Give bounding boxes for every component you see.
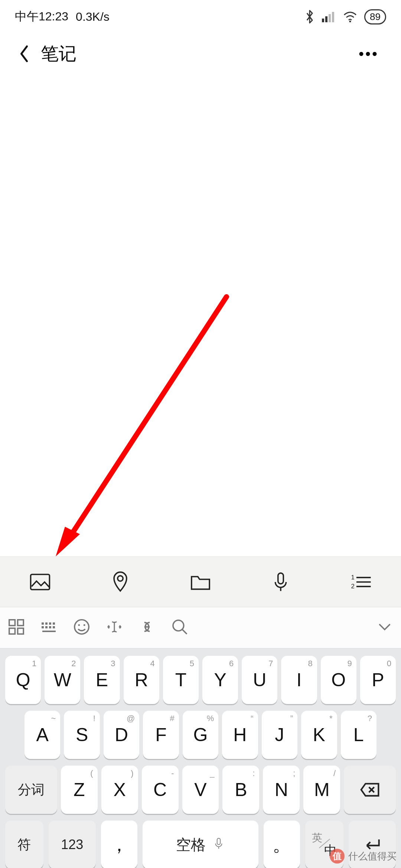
key-x[interactable]: )X (101, 766, 138, 814)
backspace-key[interactable] (344, 766, 396, 814)
svg-rect-25 (42, 631, 56, 632)
space-key[interactable]: 空格 (143, 821, 259, 868)
svg-rect-24 (53, 626, 55, 628)
svg-point-6 (118, 576, 123, 581)
key-v[interactable]: _V (182, 766, 219, 814)
key-n[interactable]: ;N (263, 766, 300, 814)
key-m[interactable]: /M (303, 766, 340, 814)
svg-point-26 (75, 620, 89, 634)
svg-rect-7 (278, 573, 284, 583)
key-a[interactable]: ~A (25, 711, 60, 759)
battery-indicator: 89 (364, 9, 386, 24)
insert-image-button[interactable] (12, 557, 68, 607)
numbers-key[interactable]: 123 (49, 821, 96, 868)
key-j[interactable]: ”J (262, 711, 297, 759)
svg-rect-13 (9, 620, 15, 626)
more-options-button[interactable]: ••• (348, 46, 390, 62)
key-u[interactable]: 7U (242, 656, 277, 704)
app-header: 笔记 ••• (0, 33, 401, 74)
ime-search-button[interactable] (171, 618, 189, 637)
note-toolbar: 12 (0, 556, 401, 607)
ime-cursor-button[interactable] (105, 618, 123, 637)
status-time: 中午12:23 (15, 9, 68, 25)
svg-rect-14 (18, 620, 24, 626)
svg-rect-17 (42, 622, 44, 625)
ime-collapse-button[interactable] (376, 618, 394, 637)
insert-location-button[interactable] (92, 557, 148, 607)
key-b[interactable]: :B (222, 766, 259, 814)
symbols-key[interactable]: 符 (5, 821, 43, 868)
key-t[interactable]: 5T (163, 656, 199, 704)
note-editor[interactable] (0, 74, 401, 556)
back-button[interactable] (11, 45, 37, 63)
key-y[interactable]: 6Y (202, 656, 238, 704)
voice-input-button[interactable] (253, 557, 309, 607)
svg-text:1: 1 (351, 573, 354, 581)
ime-apps-button[interactable] (7, 618, 25, 637)
list-format-button[interactable]: 12 (333, 557, 389, 607)
watermark-text: 什么值得买 (348, 850, 397, 863)
key-f[interactable]: #F (143, 711, 179, 759)
key-s[interactable]: !S (64, 711, 100, 759)
key-r[interactable]: 4R (124, 656, 159, 704)
space-key-label: 空格 (176, 835, 206, 855)
ime-emoji-button[interactable] (73, 618, 91, 637)
key-k[interactable]: *K (301, 711, 337, 759)
comma-key[interactable]: ， (101, 821, 137, 868)
svg-rect-2 (329, 14, 331, 22)
svg-rect-16 (18, 628, 24, 634)
svg-rect-21 (42, 626, 44, 628)
status-bar: 中午12:23 0.3K/s 89 (0, 0, 401, 33)
page-title: 笔记 (41, 42, 76, 66)
ime-clipboard-button[interactable] (138, 618, 156, 637)
svg-text:2: 2 (351, 582, 354, 589)
mic-icon (212, 836, 225, 853)
lang-alt-label: 英 (312, 833, 322, 843)
svg-point-28 (84, 624, 85, 626)
watermark-logo: 值 (330, 849, 345, 864)
key-z[interactable]: (Z (61, 766, 98, 814)
status-net-speed: 0.3K/s (76, 10, 110, 24)
virtual-keyboard: 1Q2W3E4R5T6Y7U8I9O0P ~A!S@D#F%G“H”J*K?L … (0, 648, 401, 868)
svg-point-30 (173, 620, 184, 631)
svg-rect-15 (9, 628, 15, 634)
key-h[interactable]: “H (222, 711, 258, 759)
svg-rect-20 (53, 622, 55, 625)
svg-point-27 (78, 624, 80, 626)
period-key[interactable]: 。 (264, 821, 300, 868)
svg-line-31 (182, 629, 187, 634)
watermark: 值 什么值得买 (330, 849, 397, 864)
key-c[interactable]: -C (142, 766, 179, 814)
signal-icon (322, 11, 336, 22)
ime-keyboard-switch-button[interactable] (40, 618, 58, 637)
svg-rect-0 (322, 19, 324, 22)
key-w[interactable]: 2W (45, 656, 80, 704)
svg-rect-23 (49, 626, 51, 628)
key-e[interactable]: 3E (84, 656, 120, 704)
svg-rect-34 (217, 838, 221, 844)
svg-rect-19 (49, 622, 51, 625)
key-p[interactable]: 0P (360, 656, 396, 704)
svg-rect-3 (332, 12, 334, 22)
key-g[interactable]: %G (183, 711, 218, 759)
svg-point-4 (349, 21, 351, 23)
svg-rect-18 (45, 622, 48, 625)
key-l[interactable]: ?L (341, 711, 376, 759)
ime-toolbar (0, 607, 401, 648)
segment-key[interactable]: 分词 (5, 766, 57, 814)
svg-rect-1 (325, 16, 327, 22)
wifi-icon (343, 11, 358, 22)
folder-button[interactable] (173, 557, 228, 607)
key-d[interactable]: @D (104, 711, 139, 759)
svg-rect-22 (45, 626, 48, 628)
key-o[interactable]: 9O (321, 656, 356, 704)
svg-rect-5 (31, 574, 50, 589)
key-i[interactable]: 8I (281, 656, 317, 704)
key-q[interactable]: 1Q (5, 656, 41, 704)
bluetooth-icon (304, 10, 315, 24)
